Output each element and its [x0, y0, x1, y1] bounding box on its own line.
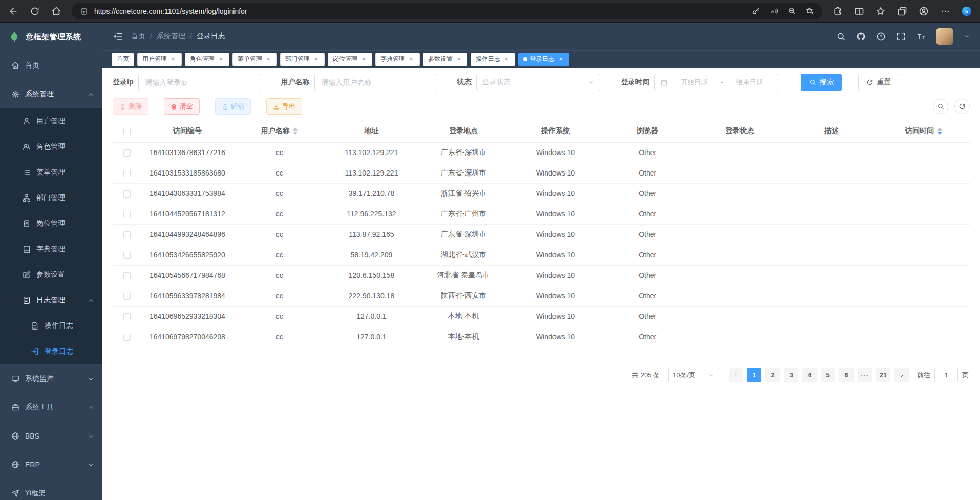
sidebar-item-14[interactable]: BBS [0, 422, 102, 450]
page-size-select[interactable]: 10条/页 [668, 368, 719, 382]
back-icon[interactable] [8, 6, 18, 16]
tab-1[interactable]: 用户管理× [137, 53, 182, 66]
sidebar-item-10[interactable]: 操作日志 [0, 313, 102, 339]
tab-3[interactable]: 菜单管理× [232, 53, 277, 66]
table-row[interactable]: 1641053426655825920cc58.19.42.209湖北省-武汉市… [113, 245, 970, 265]
breadcrumb-item[interactable]: 系统管理 [157, 32, 185, 41]
tab-9[interactable]: 登录日志× [518, 53, 569, 66]
unlock-button[interactable]: 解锁 [215, 98, 251, 115]
search-button[interactable]: 搜索 [801, 74, 842, 91]
status-select[interactable]: 登录状态 [476, 74, 600, 91]
table-row[interactable]: 1641069652933218304cc127.0.0.1本地-本机Windo… [113, 306, 970, 327]
close-icon[interactable]: × [217, 56, 224, 63]
table-row[interactable]: 1641044993248464896cc113.87.92.165广东省-深圳… [113, 224, 970, 245]
favorites-icon[interactable] [876, 6, 886, 16]
login-time-range-picker[interactable]: 开始日期 - 结束日期 [654, 74, 778, 91]
close-icon[interactable]: × [557, 56, 564, 63]
sidebar-item-7[interactable]: 字典管理 [0, 236, 102, 262]
user-avatar[interactable] [936, 28, 953, 45]
table-row[interactable]: 1641044520567181312cc112.96.225.132广东省-广… [113, 204, 970, 224]
close-icon[interactable]: × [169, 56, 177, 63]
row-checkbox[interactable] [123, 149, 131, 157]
pager-more[interactable]: ··· [858, 368, 872, 382]
page-button-4[interactable]: 4 [802, 368, 817, 382]
table-row[interactable]: 1641059633978281984cc222.90.130.18陕西省-西安… [113, 286, 970, 306]
refresh-icon[interactable] [30, 6, 40, 16]
more-icon[interactable] [940, 6, 950, 16]
select-all-checkbox[interactable] [123, 128, 131, 135]
row-checkbox[interactable] [123, 231, 131, 238]
refresh-table-button[interactable] [954, 99, 970, 114]
toggle-search-button[interactable] [933, 99, 948, 114]
sort-caret[interactable] [937, 127, 942, 135]
font-size-icon[interactable]: TT [916, 32, 926, 41]
table-row[interactable]: 1641069798270046208cc127.0.0.1本地-本机Windo… [113, 327, 970, 347]
sort-caret[interactable] [293, 127, 298, 135]
help-icon[interactable]: ? [876, 32, 886, 41]
page-button-1[interactable]: 1 [747, 368, 761, 382]
col-user[interactable]: 用户名称 [233, 120, 326, 142]
sidebar-item-4[interactable]: 菜单管理 [0, 160, 102, 185]
table-row[interactable]: 1641031533185863680cc113.102.129.221广东省-… [113, 163, 970, 183]
clear-button[interactable]: 清空 [164, 98, 200, 115]
tab-2[interactable]: 角色管理× [185, 53, 229, 66]
github-icon[interactable] [856, 32, 866, 41]
delete-button[interactable]: 删除 [113, 98, 148, 115]
user-name-input[interactable] [314, 74, 436, 91]
tab-0[interactable]: 首页 [112, 53, 134, 66]
row-checkbox[interactable] [123, 334, 131, 341]
page-button-6[interactable]: 6 [839, 368, 854, 382]
sidebar-item-13[interactable]: 系统工具 [0, 393, 102, 422]
export-button[interactable]: 导出 [266, 98, 302, 115]
zoom-out-icon[interactable] [787, 7, 796, 15]
table-row[interactable]: 1641031367863177216cc113.102.129.221广东省-… [113, 142, 970, 163]
sidebar-item-8[interactable]: 参数设置 [0, 262, 102, 288]
row-checkbox[interactable] [123, 211, 131, 218]
sidebar-item-2[interactable]: 用户管理 [0, 108, 102, 134]
sidebar-item-15[interactable]: ERP [0, 450, 102, 479]
search-icon[interactable] [836, 32, 846, 41]
page-button-5[interactable]: 5 [821, 368, 835, 382]
row-checkbox[interactable] [123, 190, 131, 198]
fold-menu-icon[interactable] [113, 31, 123, 41]
sidebar-item-6[interactable]: 岗位管理 [0, 211, 102, 236]
tab-6[interactable]: 字典管理× [375, 53, 420, 66]
row-checkbox[interactable] [123, 170, 131, 177]
key-icon[interactable] [752, 7, 760, 15]
next-page-button[interactable] [894, 368, 909, 382]
col-time[interactable]: 访问时间 [878, 120, 970, 142]
close-icon[interactable]: × [455, 56, 462, 63]
chevron-down-icon[interactable] [964, 33, 970, 39]
fullscreen-icon[interactable] [896, 32, 906, 41]
close-icon[interactable]: × [312, 56, 319, 63]
sidebar-item-11[interactable]: 登录日志 [0, 339, 102, 364]
goto-page-input[interactable] [934, 368, 958, 382]
split-screen-icon[interactable] [854, 6, 864, 16]
url-text[interactable]: https://ccnetcore.com:1101/system/log/lo… [94, 7, 745, 15]
sidebar-item-3[interactable]: 角色管理 [0, 134, 102, 160]
reset-button[interactable]: 重置 [858, 74, 899, 91]
close-icon[interactable]: × [408, 56, 415, 63]
sidebar-item-5[interactable]: 部门管理 [0, 185, 102, 211]
sidebar-item-12[interactable]: 系统监控 [0, 364, 102, 393]
prev-page-button[interactable] [729, 368, 743, 382]
row-checkbox[interactable] [123, 272, 131, 279]
row-checkbox[interactable] [123, 293, 131, 300]
close-icon[interactable]: × [503, 56, 510, 63]
sidebar-item-16[interactable]: Yi框架 [0, 479, 102, 500]
row-checkbox[interactable] [123, 252, 131, 259]
sidebar-item-1[interactable]: 系统管理 [0, 80, 102, 108]
login-ip-input[interactable] [138, 74, 260, 91]
close-icon[interactable]: × [265, 56, 272, 63]
tab-7[interactable]: 参数设置× [423, 53, 467, 66]
tab-4[interactable]: 部门管理× [280, 53, 325, 66]
site-info-icon[interactable] [80, 7, 88, 15]
tab-5[interactable]: 岗位管理× [328, 53, 372, 66]
app-logo[interactable]: 意框架管理系统 [0, 23, 102, 51]
home-icon[interactable] [51, 6, 61, 16]
page-button-2[interactable]: 2 [765, 368, 780, 382]
breadcrumb-item[interactable]: 首页 [131, 32, 145, 41]
sidebar-item-9[interactable]: 日志管理 [0, 288, 102, 313]
tab-8[interactable]: 操作日志× [471, 53, 515, 66]
extensions-icon[interactable] [833, 6, 843, 16]
